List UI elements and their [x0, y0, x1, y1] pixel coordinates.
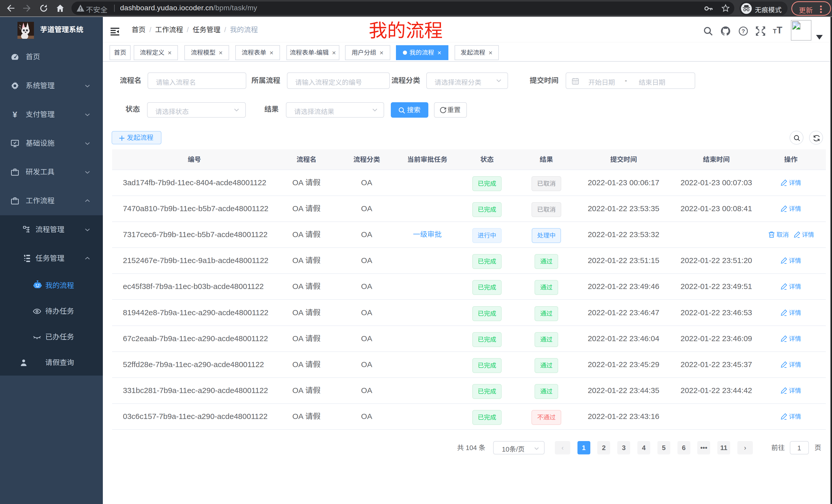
svg-text:?: ? [742, 28, 745, 34]
svg-text:¥: ¥ [12, 110, 17, 119]
